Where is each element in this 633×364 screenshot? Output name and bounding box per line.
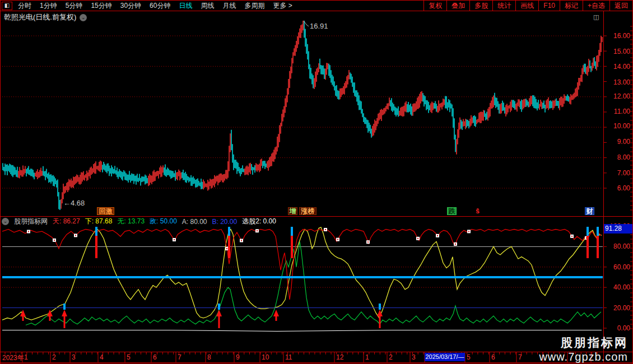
- indicator-axis-label: 60.00: [606, 263, 630, 272]
- price-gridlines: [2, 36, 603, 188]
- year-label: 2023年: [2, 353, 24, 363]
- sell-markers: [95, 227, 599, 258]
- price-axis-label: 14.00: [606, 62, 630, 71]
- period-tab[interactable]: 月线: [222, 1, 236, 11]
- month-label: 3: [72, 353, 76, 361]
- top-toolbar: ◧ 分时1分钟5分钟15分钟30分钟60分钟日线周线月线多周期更多 > 复权叠加…: [1, 1, 632, 11]
- month-label: 1: [365, 353, 369, 361]
- price-axis-label: 16.00: [606, 31, 630, 40]
- month-label: 3: [412, 353, 416, 361]
- month-label: 6: [491, 353, 495, 361]
- layout-icon[interactable]: ◧: [2, 2, 12, 10]
- current-value-badge: 91.28: [604, 224, 632, 234]
- month-label: 8: [207, 353, 211, 361]
- watermark-url: www.7gpzb.com: [539, 351, 628, 363]
- toolbar-button[interactable]: F10: [538, 1, 560, 11]
- high-price-annotation: 16.91: [310, 22, 328, 30]
- buy-markers: [20, 304, 383, 328]
- indicator-axis-label: 80.00: [606, 242, 630, 251]
- price-axis-label: 12.00: [606, 92, 630, 101]
- hotlink-badge[interactable]: 涨榜: [299, 207, 316, 215]
- period-tab[interactable]: 60分钟: [150, 1, 170, 11]
- price-axis-label: 10.00: [606, 122, 630, 130]
- hotlink-badge[interactable]: ŝ: [474, 207, 481, 215]
- indicator-field: 天: 86.27: [53, 217, 80, 226]
- period-tab[interactable]: 分时: [18, 1, 31, 11]
- period-tab[interactable]: 更多 >: [273, 1, 292, 11]
- price-axis-label: 13.00: [606, 78, 630, 87]
- toolbar-button[interactable]: 复权: [423, 1, 446, 11]
- month-label: 7: [178, 353, 181, 361]
- indicator-line-green: [26, 241, 601, 325]
- hotlink-badge[interactable]: 增: [288, 207, 297, 215]
- toolbar-button[interactable]: 返回: [609, 1, 632, 11]
- frame-lines: [1, 11, 633, 363]
- month-label: 9: [236, 353, 240, 361]
- period-tab[interactable]: 30分钟: [120, 1, 141, 11]
- month-label: 5: [467, 353, 471, 361]
- low-price-annotation: ←4.68: [63, 199, 85, 207]
- trading-app-window: ◧ 分时1分钟5分钟15分钟30分钟60分钟日线周线月线多周期更多 > 复权叠加…: [0, 0, 633, 364]
- indicator-axis-label: 0.00: [606, 324, 630, 333]
- indicator-line-yellow: [2, 227, 602, 320]
- indicator-field: A: 80.00: [182, 218, 207, 226]
- month-label: 2: [52, 353, 56, 361]
- period-tab[interactable]: 5分钟: [66, 1, 83, 11]
- indicator-field: 选股2: 0.00: [242, 217, 276, 226]
- indicator-line-red: [2, 230, 601, 300]
- price-axis-label: 7.00: [606, 169, 630, 178]
- period-tabs: 分时1分钟5分钟15分钟30分钟60分钟日线周线月线多周期更多 >: [18, 1, 292, 11]
- toolbar-buttons: 复权叠加多股统计画线F10标记+自选返回: [423, 1, 632, 11]
- indicator-field: B: 20.00: [212, 218, 238, 226]
- toolbar-button[interactable]: 叠加: [446, 1, 469, 11]
- indicator-axis-label: 20.00: [606, 304, 630, 312]
- price-axis-label: 11.00: [606, 107, 630, 116]
- indicator-field: 敌: 50.00: [150, 217, 177, 226]
- price-axis-label: 15.00: [606, 47, 630, 56]
- month-label: 2: [389, 353, 393, 361]
- hotlink-badge[interactable]: 回激: [97, 207, 114, 215]
- month-label: 4: [100, 353, 104, 361]
- price-axis-label: 6.00: [606, 184, 630, 193]
- watermark: 股朋指标网 www.7gpzb.com: [539, 335, 628, 363]
- indicator-field: 下: 87.68: [85, 217, 113, 226]
- toolbar-button[interactable]: +自选: [583, 1, 609, 11]
- toolbar-button[interactable]: 多股: [469, 1, 492, 11]
- toolbar-button[interactable]: 统计: [492, 1, 515, 11]
- period-tab[interactable]: 周线: [201, 1, 214, 11]
- time-axis-ticks: [5, 352, 597, 362]
- chart-canvas[interactable]: [1, 1, 633, 364]
- candles: [3, 21, 602, 210]
- indicator-reflines-under: [2, 246, 603, 287]
- month-label: 12: [336, 353, 343, 361]
- toolbar-button[interactable]: 画线: [515, 1, 538, 11]
- hotlink-badge[interactable]: 跌: [447, 207, 457, 215]
- month-label: 10: [262, 353, 269, 361]
- month-label: 5: [127, 353, 131, 361]
- month-label: 7: [518, 353, 522, 361]
- price-axis-label: 8.00: [606, 153, 630, 162]
- toolbar-button[interactable]: 标记: [560, 1, 583, 11]
- indicator-axis-label: 40.00: [606, 283, 630, 292]
- title-bar: 乾照光电(日线.前复权) ⌄: [4, 12, 87, 22]
- panel-icon[interactable]: ◫: [593, 13, 599, 21]
- hotlink-badge[interactable]: 财: [585, 207, 594, 215]
- period-tab[interactable]: 1分钟: [40, 1, 57, 11]
- indicator-field: 无: 13.73: [117, 217, 145, 226]
- period-tab[interactable]: 15分钟: [91, 1, 111, 11]
- indicator-name[interactable]: 股朋指标网: [14, 217, 48, 226]
- watermark-site-name: 股朋指标网: [539, 335, 628, 351]
- stock-title[interactable]: 乾照光电(日线.前复权): [4, 12, 76, 22]
- period-tab[interactable]: 多周期: [244, 1, 264, 11]
- chevron-down-icon[interactable]: ⌄: [80, 14, 87, 21]
- chevron-down-icon[interactable]: ⌄: [2, 218, 9, 225]
- month-label: 1: [24, 353, 28, 361]
- month-label: 11: [285, 353, 292, 361]
- indicator-reflines-over: [2, 277, 603, 308]
- indicator-header: ⌄ 股朋指标网 天: 86.27下: 87.68无: 13.73敌: 50.00…: [2, 217, 276, 226]
- period-tab[interactable]: 日线: [179, 1, 192, 11]
- month-label: 6: [153, 353, 157, 361]
- indicator-line-white: [2, 330, 602, 332]
- price-axis-label: 9.00: [606, 137, 630, 146]
- cursor-date-badge: 2025/03/17/—: [425, 353, 465, 361]
